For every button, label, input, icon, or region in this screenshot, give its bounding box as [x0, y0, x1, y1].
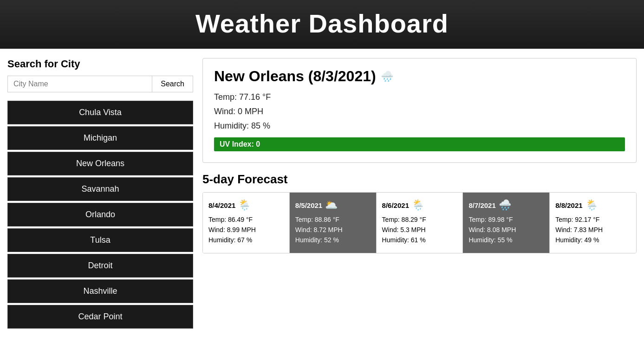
forecast-wind: Wind: 8.08 MPH: [468, 226, 544, 233]
sidebar: Search for City Search Chula VistaMichig…: [7, 58, 193, 329]
current-weather-card: New Orleans (8/3/2021) 🌧️ Temp: 77.16 °F…: [202, 58, 637, 163]
forecast-day-card: 8/6/2021 🌦️ Temp: 88.29 °F Wind: 5.3 MPH…: [377, 193, 463, 253]
uv-index-bar: UV Index: 0: [214, 137, 625, 151]
forecast-icon: 🌦️: [412, 199, 424, 211]
city-list-item[interactable]: Detroit: [7, 254, 193, 278]
search-button[interactable]: Search: [152, 76, 193, 92]
forecast-section: 5-day Forecast 8/4/2021 🌦️ Temp: 86.49 °…: [202, 172, 637, 253]
forecast-day-card: 8/5/2021 🌥️ Temp: 88.86 °F Wind: 8.72 MP…: [290, 193, 377, 253]
city-name-date: New Orleans (8/3/2021): [214, 68, 376, 85]
forecast-wind: Wind: 8.99 MPH: [208, 226, 284, 233]
forecast-title: 5-day Forecast: [202, 172, 637, 187]
forecast-day-card: 8/4/2021 🌦️ Temp: 86.49 °F Wind: 8.99 MP…: [203, 193, 290, 253]
forecast-temp: Temp: 88.29 °F: [382, 216, 457, 223]
forecast-temp: Temp: 88.86 °F: [295, 216, 371, 223]
forecast-temp: Temp: 86.49 °F: [208, 216, 284, 223]
city-list-item[interactable]: Tulsa: [7, 228, 193, 252]
city-list-item[interactable]: Nashville: [7, 279, 193, 303]
current-temp: Temp: 77.16 °F: [214, 92, 625, 102]
city-list-item[interactable]: Cedar Point: [7, 305, 193, 329]
current-wind: Wind: 0 MPH: [214, 107, 625, 116]
city-list-item[interactable]: New Orleans: [7, 152, 193, 175]
forecast-cards: 8/4/2021 🌦️ Temp: 86.49 °F Wind: 8.99 MP…: [202, 192, 637, 253]
search-label: Search for City: [7, 58, 193, 70]
forecast-icon: 🌥️: [325, 199, 338, 211]
forecast-temp: Temp: 89.98 °F: [468, 216, 544, 223]
city-list-item[interactable]: Michigan: [7, 126, 193, 150]
forecast-humidity: Humidity: 52 %: [295, 236, 371, 244]
forecast-wind: Wind: 7.83 MPH: [555, 226, 631, 233]
header: Weather Dashboard: [0, 0, 644, 49]
forecast-wind: Wind: 5.3 MPH: [382, 226, 457, 233]
forecast-day-card: 8/7/2021 🌧️ Temp: 89.98 °F Wind: 8.08 MP…: [463, 193, 550, 253]
forecast-humidity: Humidity: 61 %: [382, 236, 457, 244]
forecast-humidity: Humidity: 49 %: [555, 236, 631, 244]
forecast-date: 8/8/2021 🌦️: [555, 199, 631, 211]
city-title: New Orleans (8/3/2021) 🌧️: [214, 68, 625, 85]
city-list: Chula VistaMichiganNew OrleansSavannahOr…: [7, 101, 193, 329]
current-weather-icon: 🌧️: [381, 71, 393, 83]
forecast-temp: Temp: 92.17 °F: [555, 216, 631, 223]
forecast-date: 8/4/2021 🌦️: [208, 199, 284, 211]
forecast-humidity: Humidity: 67 %: [208, 236, 284, 244]
page-title: Weather Dashboard: [0, 8, 644, 39]
forecast-date: 8/5/2021 🌥️: [295, 199, 371, 211]
city-list-item[interactable]: Orlando: [7, 203, 193, 226]
forecast-icon: 🌦️: [238, 199, 251, 211]
forecast-icon: 🌧️: [499, 199, 511, 211]
main-content: Search for City Search Chula VistaMichig…: [0, 49, 644, 338]
forecast-date: 8/6/2021 🌦️: [382, 199, 457, 211]
forecast-icon: 🌦️: [585, 199, 598, 211]
forecast-day-card: 8/8/2021 🌦️ Temp: 92.17 °F Wind: 7.83 MP…: [550, 193, 636, 253]
city-list-item[interactable]: Chula Vista: [7, 101, 193, 124]
search-row: Search: [7, 76, 193, 92]
weather-panel: New Orleans (8/3/2021) 🌧️ Temp: 77.16 °F…: [202, 58, 637, 329]
forecast-wind: Wind: 8.72 MPH: [295, 226, 371, 233]
city-list-item[interactable]: Savannah: [7, 177, 193, 201]
forecast-date: 8/7/2021 🌧️: [468, 199, 544, 211]
search-input[interactable]: [7, 76, 152, 92]
forecast-humidity: Humidity: 55 %: [468, 236, 544, 244]
current-humidity: Humidity: 85 %: [214, 121, 625, 131]
